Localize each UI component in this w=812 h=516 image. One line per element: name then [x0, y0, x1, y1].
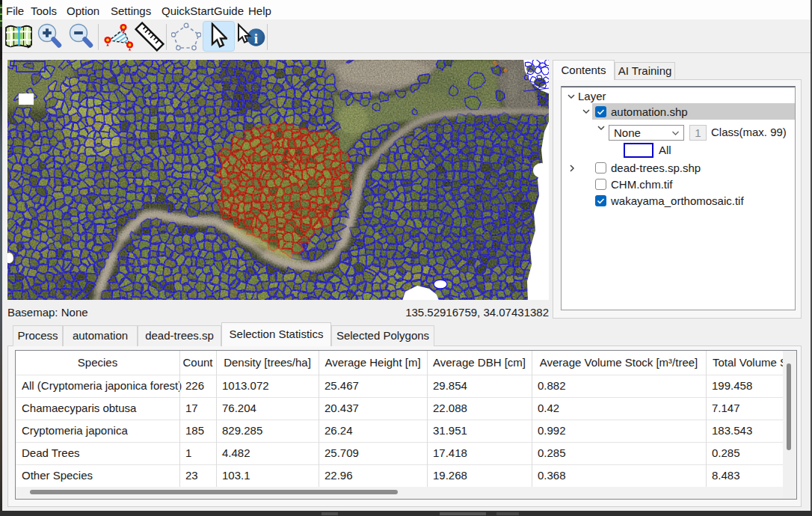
- svg-text:i: i: [254, 31, 258, 46]
